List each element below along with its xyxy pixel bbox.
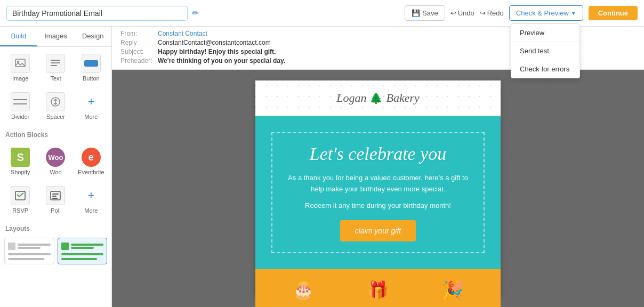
undo-button[interactable]: ↩ Undo: [450, 9, 474, 17]
more-blocks-label: More: [84, 114, 98, 120]
logo-suffix: Bakery: [386, 91, 419, 105]
action-blocks-label: Action Blocks: [0, 127, 111, 141]
layout-2[interactable]: [58, 238, 108, 264]
svg-rect-2: [51, 60, 60, 61]
content-blocks-grid: Image Text: [0, 47, 111, 127]
check-preview-button[interactable]: Check & Preview ▼: [509, 5, 583, 21]
save-icon: 💾: [412, 9, 420, 17]
email-header: Logan 🌲 Bakery: [255, 80, 501, 116]
more-blocks-icon: +: [82, 92, 101, 111]
poll-label: Poll: [51, 207, 60, 214]
block-poll[interactable]: Poll: [38, 181, 73, 219]
block-more[interactable]: + More: [74, 87, 108, 125]
email-title-input[interactable]: [6, 6, 188, 21]
dropdown-item-check-errors[interactable]: Check for errors: [511, 60, 579, 78]
top-bar-right: 💾 Save ↩ Undo ↪ Redo Check & Preview ▼ C…: [405, 5, 638, 21]
woo-label: Woo: [50, 169, 61, 175]
text-block-label: Text: [50, 75, 61, 82]
layout-1[interactable]: [4, 238, 54, 264]
continue-button[interactable]: Continue: [589, 6, 638, 20]
block-image[interactable]: Image: [3, 49, 37, 86]
block-rsvp[interactable]: RSVP: [3, 181, 37, 219]
block-divider[interactable]: Divider: [3, 87, 37, 125]
block-button[interactable]: Button: [74, 49, 108, 86]
action-more-icon: +: [82, 186, 101, 205]
layouts-grid: [0, 235, 111, 268]
celebrate-redeem: Redeem it any time during your birthday …: [283, 201, 473, 209]
redo-icon: ↪: [480, 9, 486, 17]
eventbrite-icon: e: [82, 148, 101, 167]
email-frame: Logan 🌲 Bakery Let's celebrate you As a …: [255, 80, 501, 296]
celebrate-subtext: As a thank you for being a valued custom…: [283, 173, 473, 195]
footer-cake-icon: 🎂: [293, 280, 314, 300]
block-woo[interactable]: Woo Woo: [38, 143, 73, 180]
email-footer: 🎂 🎁 🎉: [255, 269, 501, 307]
block-eventbrite[interactable]: e Eventbrite: [74, 143, 108, 180]
top-bar: ✏ 💾 Save ↩ Undo ↪ Redo Check & Preview ▼…: [0, 0, 644, 27]
from-value: Constant Contact: [158, 30, 207, 37]
canvas-area: Logan 🌲 Bakery Let's celebrate you As a …: [112, 70, 644, 307]
tab-build[interactable]: Build: [0, 27, 37, 46]
email-logo: Logan 🌲 Bakery: [266, 91, 490, 105]
svg-rect-3: [51, 62, 60, 63]
button-block-icon: [82, 54, 101, 73]
eventbrite-label: Eventbrite: [78, 169, 104, 175]
image-block-label: Image: [12, 75, 29, 82]
svg-rect-5: [84, 60, 98, 67]
dashed-border-section: Let's celebrate you As a thank you for b…: [271, 132, 485, 253]
top-bar-left: ✏: [6, 6, 199, 21]
sidebar-tabs: Build Images Design: [0, 27, 111, 47]
shopify-icon: S: [11, 148, 30, 167]
action-more-label: More: [84, 207, 98, 214]
footer-party-icon: 🎉: [442, 280, 463, 300]
svg-rect-12: [52, 193, 59, 195]
logo-tree-icon: 🌲: [369, 92, 383, 104]
reply-label: Reply: [120, 39, 158, 46]
action-blocks-grid: S Shopify Woo Woo e Eventbrite: [0, 141, 111, 221]
claim-gift-button[interactable]: claim your gift: [340, 220, 416, 241]
footer-gift-icon: 🎁: [367, 280, 389, 300]
chevron-down-icon: ▼: [571, 10, 576, 16]
redo-button[interactable]: ↪ Redo: [480, 9, 504, 17]
sidebar: Build Images Design Image: [0, 27, 112, 307]
subject-value: Happy birthday! Enjoy this special gift.: [158, 48, 276, 55]
spacer-block-label: Spacer: [46, 114, 65, 120]
spacer-block-icon: [46, 92, 65, 111]
from-label: From:: [120, 30, 158, 37]
reply-value: ConstantContact@constantcontact.com: [158, 39, 271, 46]
button-block-label: Button: [83, 75, 100, 82]
block-shopify[interactable]: S Shopify: [3, 143, 37, 180]
image-block-icon: [11, 54, 30, 73]
block-text[interactable]: Text: [38, 49, 73, 86]
block-action-more[interactable]: + More: [74, 181, 108, 219]
tab-design[interactable]: Design: [74, 27, 111, 46]
svg-rect-13: [52, 196, 57, 197]
email-body: Let's celebrate you As a thank you for b…: [255, 116, 501, 269]
tab-images[interactable]: Images: [37, 27, 75, 46]
layouts-label: Layouts: [0, 221, 111, 235]
logo-text: Logan: [336, 91, 366, 105]
subject-label: Subject:: [120, 48, 158, 55]
undo-icon: ↩: [450, 9, 456, 17]
celebrate-heading: Let's celebrate you: [283, 144, 473, 164]
block-spacer[interactable]: Spacer: [38, 87, 73, 125]
preheader-label: Preheader:: [120, 57, 158, 64]
rsvp-icon: [11, 186, 30, 205]
poll-icon: [46, 186, 65, 205]
svg-rect-4: [51, 65, 57, 66]
svg-rect-14: [52, 198, 58, 199]
check-preview-dropdown: Preview Send test Check for errors: [511, 23, 580, 78]
preheader-value: We're thinking of you on your special da…: [158, 57, 285, 64]
dropdown-item-send-test[interactable]: Send test: [511, 42, 579, 60]
shopify-label: Shopify: [11, 169, 30, 175]
divider-block-label: Divider: [11, 114, 29, 120]
divider-block-icon: [11, 92, 30, 111]
email-content-wrapper: Logan 🌲 Bakery Let's celebrate you As a …: [112, 70, 644, 307]
text-block-icon: [46, 54, 65, 73]
woo-icon: Woo: [46, 148, 65, 167]
edit-icon[interactable]: ✏: [192, 8, 199, 18]
save-button[interactable]: 💾 Save: [405, 5, 445, 21]
rsvp-label: RSVP: [12, 207, 28, 214]
dropdown-item-preview[interactable]: Preview: [511, 24, 579, 42]
